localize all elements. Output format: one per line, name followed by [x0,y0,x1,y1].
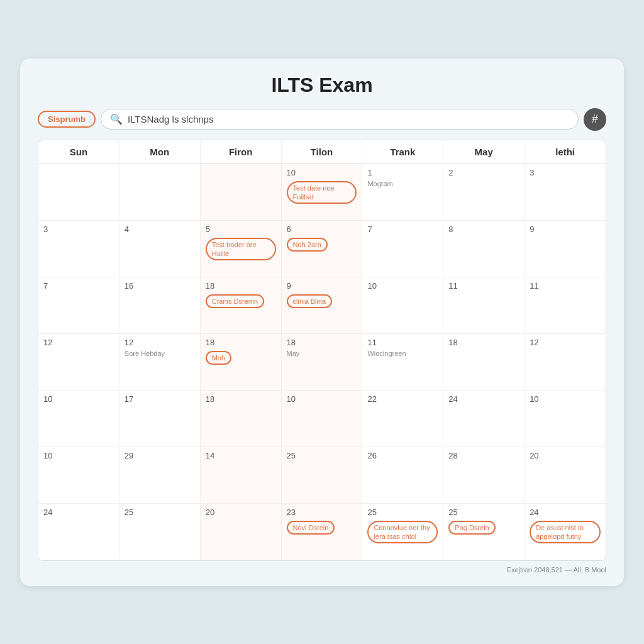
cell-date: 10 [530,394,601,404]
cell-date: 4 [125,225,195,234]
cell-date: 18 [206,338,276,347]
cal-cell[interactable]: 25 [282,447,363,504]
calendar-header: SunMonFironTilonTrankMaylethi [38,140,606,164]
cal-cell[interactable]: 24 [443,391,525,447]
cal-cell[interactable]: 9clinia Blina [282,277,363,334]
cal-cell[interactable]: 12Sore Hebday [119,334,201,391]
cal-cell[interactable]: 7 [362,221,443,277]
event-badge[interactable]: Cranis Dsremn [206,294,264,308]
cell-date: 17 [125,394,195,404]
calendar-grid: 10Test date noe Fuilbat1Mogram23345Test … [38,164,606,560]
cal-cell[interactable]: 18Moh [201,334,282,391]
search-input-container[interactable]: 🔍 [101,109,579,130]
cal-cell[interactable]: 17 [119,391,201,447]
cell-date: 18 [206,281,276,291]
cell-date: 25 [367,508,438,517]
cell-date: 18 [448,338,519,347]
event-badge[interactable]: Connovlue ner thy lera tsas chtol [367,521,438,544]
cell-date: 12 [125,338,195,347]
cell-date: 18 [287,338,357,347]
cal-cell[interactable]: 5Test troder ore Huille [201,221,282,277]
event-badge[interactable]: Novi Dsrein [287,521,335,535]
cal-cell[interactable]: 18 [443,334,525,391]
cal-cell[interactable]: 11 [443,277,525,334]
sisprumb-badge: Sisprumb [38,111,96,128]
cal-cell[interactable]: 26 [362,447,443,504]
day-header-mon: Mon [119,140,201,164]
cell-date: 9 [287,281,357,291]
cell-date: 26 [367,451,438,460]
day-header-firon: Firon [201,140,282,164]
event-badge[interactable]: De asust nlst to apgelopd futny [530,521,601,544]
cell-date: 10 [367,281,438,291]
cell-date: 10 [43,451,114,460]
cal-cell[interactable]: 23Novi Dsrein [282,504,363,560]
event-badge[interactable]: Test troder ore Huille [206,238,276,261]
event-badge[interactable]: Test date noe Fuilbat [287,181,357,204]
cal-cell[interactable]: 25Pog Dsrein [443,504,525,560]
cell-date: 1 [367,168,438,177]
day-header-lethi: lethi [525,140,606,164]
cell-date: 2 [448,168,519,177]
cal-cell[interactable]: 20 [525,447,606,504]
cal-cell[interactable]: 25Connovlue ner thy lera tsas chtol [362,504,443,560]
hash-button[interactable]: # [584,108,606,131]
cal-cell[interactable] [201,164,282,221]
cal-cell[interactable]: 3 [525,164,606,221]
cal-cell[interactable]: 28 [443,447,525,504]
cell-date: 12 [43,338,114,347]
cal-cell[interactable]: 7 [38,277,119,334]
cal-cell[interactable]: 16 [119,277,201,334]
cal-cell[interactable]: 18Cranis Dsremn [201,277,282,334]
cell-date: 11 [448,281,519,291]
cell-date: 24 [448,394,519,404]
cal-cell[interactable]: 1Mogram [362,164,443,221]
cal-cell[interactable]: 10 [38,447,119,504]
cell-date: 7 [367,225,438,234]
cell-date: 22 [367,394,438,404]
footer-note: Exejtren 2048,521 — All, B Mool [38,566,606,574]
cal-cell[interactable]: 3 [38,221,119,277]
cal-cell[interactable]: 6Noh 2arn [282,221,363,277]
cal-cell[interactable]: 9 [525,221,606,277]
cal-cell[interactable]: 29 [119,447,201,504]
cal-cell[interactable]: 12 [38,334,119,391]
cal-cell[interactable]: 12 [525,334,606,391]
cell-date: 10 [43,394,114,404]
cal-cell[interactable]: 24De asust nlst to apgelopd futny [525,504,606,560]
cal-cell[interactable]: 8 [443,221,525,277]
cal-cell[interactable] [38,164,119,221]
cal-cell[interactable]: 10 [282,391,363,447]
event-badge[interactable]: Moh [206,351,231,365]
cell-date: 28 [448,451,519,460]
day-header-sun: Sun [38,140,119,164]
cal-cell[interactable]: 10 [525,391,606,447]
cell-date: 24 [530,508,601,517]
cal-cell[interactable]: 11Wiocingreen [362,334,443,391]
cal-cell[interactable]: 10 [362,277,443,334]
cal-cell[interactable]: 18May [282,334,363,391]
cal-cell[interactable]: 11 [525,277,606,334]
calendar: SunMonFironTilonTrankMaylethi 10Test dat… [38,140,606,561]
cal-cell[interactable]: 18 [201,391,282,447]
event-badge[interactable]: Pog Dsrein [448,521,495,535]
cal-cell[interactable]: 22 [362,391,443,447]
cell-date: 25 [287,451,357,460]
event-badge[interactable]: clinia Blina [287,294,333,308]
cal-cell[interactable]: 25 [119,504,201,560]
event-text: Mogram [367,180,438,187]
cell-date: 11 [367,338,438,347]
cal-cell[interactable]: 4 [119,221,201,277]
cal-cell[interactable]: 20 [201,504,282,560]
cal-cell[interactable]: 10Test date noe Fuilbat [282,164,363,221]
cell-date: 3 [530,168,601,177]
cell-date: 20 [530,451,601,460]
search-input[interactable] [128,114,569,125]
cal-cell[interactable]: 14 [201,447,282,504]
cell-date: 25 [125,508,195,517]
cal-cell[interactable]: 24 [38,504,119,560]
event-badge[interactable]: Noh 2arn [287,238,328,252]
cal-cell[interactable]: 2 [443,164,525,221]
cal-cell[interactable]: 10 [38,391,119,447]
cal-cell[interactable] [119,164,201,221]
